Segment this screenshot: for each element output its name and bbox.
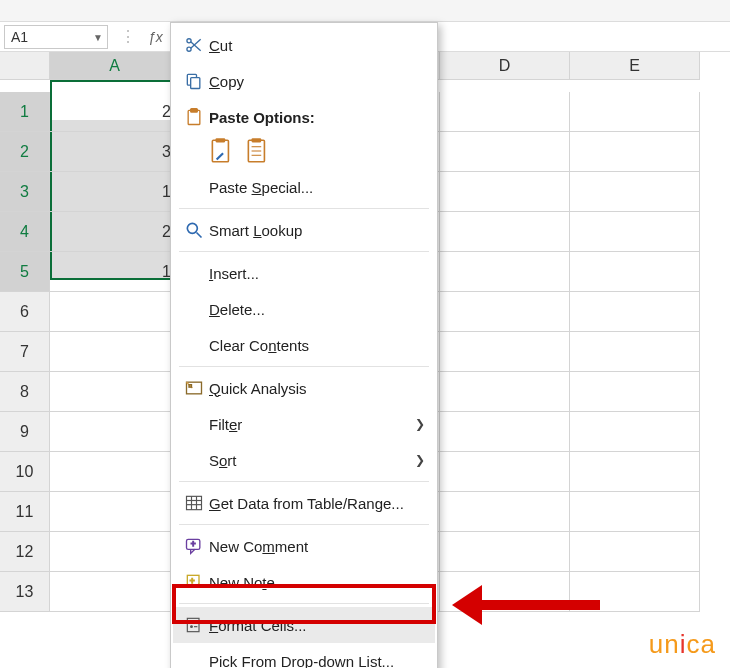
menu-separator	[179, 481, 429, 482]
row-header-5[interactable]: 5	[0, 252, 50, 292]
menu-get-data[interactable]: Get Data from Table/Range...	[173, 485, 435, 521]
menu-separator	[179, 603, 429, 604]
cell-A10[interactable]	[50, 452, 180, 492]
svg-rect-11	[252, 138, 262, 142]
chevron-right-icon: ❯	[415, 417, 425, 431]
menu-label: Get Data from Table/Range...	[209, 495, 425, 512]
context-menu: Cut Copy Paste Options: Paste Special...…	[170, 22, 438, 668]
menu-smart-lookup[interactable]: Smart Lookup	[173, 212, 435, 248]
row-header-11[interactable]: 11	[0, 492, 50, 532]
cell-D5[interactable]	[440, 252, 570, 292]
cell-D2[interactable]	[440, 132, 570, 172]
cell-D8[interactable]	[440, 372, 570, 412]
cell-A9[interactable]	[50, 412, 180, 452]
row-header-9[interactable]: 9	[0, 412, 50, 452]
cell-D3[interactable]	[440, 172, 570, 212]
cell-A13[interactable]	[50, 572, 180, 612]
cell-E9[interactable]	[570, 412, 700, 452]
row-header-10[interactable]: 10	[0, 452, 50, 492]
clipboard-icon	[179, 107, 209, 127]
cell-A7[interactable]	[50, 332, 180, 372]
row-header-6[interactable]: 6	[0, 292, 50, 332]
cell-E11[interactable]	[570, 492, 700, 532]
fx-icon[interactable]: ƒx	[148, 29, 163, 45]
row-header-7[interactable]: 7	[0, 332, 50, 372]
menu-label: Sort	[209, 452, 415, 469]
cell-D12[interactable]	[440, 532, 570, 572]
svg-rect-9	[216, 138, 226, 142]
cell-E5[interactable]	[570, 252, 700, 292]
name-box[interactable]: A1 ▼	[4, 25, 108, 49]
menu-new-comment[interactable]: + New Comment	[173, 528, 435, 564]
cell-A3[interactable]: 1	[50, 172, 180, 212]
menu-new-note[interactable]: + New Note	[173, 564, 435, 600]
menu-label: Format Cells...	[209, 617, 425, 634]
svg-rect-18	[189, 385, 192, 388]
menu-filter[interactable]: Filter ❯	[173, 406, 435, 442]
row-header-13[interactable]: 13	[0, 572, 50, 612]
quick-analysis-icon	[179, 378, 209, 398]
menu-quick-analysis[interactable]: Quick Analysis	[173, 370, 435, 406]
cell-A5[interactable]: 1	[50, 252, 180, 292]
format-cells-icon	[179, 615, 209, 635]
menu-clear-contents[interactable]: Clear Contents	[173, 327, 435, 363]
menu-label: Paste Special...	[209, 179, 425, 196]
menu-pick-from-list[interactable]: Pick From Drop-down List...	[173, 643, 435, 668]
menu-cut[interactable]: Cut	[173, 27, 435, 63]
row-header-4[interactable]: 4	[0, 212, 50, 252]
menu-copy[interactable]: Copy	[173, 63, 435, 99]
cell-E3[interactable]	[570, 172, 700, 212]
column-header-E[interactable]: E	[570, 52, 700, 80]
chevron-down-icon[interactable]: ▼	[93, 31, 103, 42]
menu-separator	[179, 366, 429, 367]
row-header-12[interactable]: 12	[0, 532, 50, 572]
menu-label: Quick Analysis	[209, 380, 425, 397]
cell-A1[interactable]: 2	[50, 92, 180, 132]
chevron-right-icon: ❯	[415, 453, 425, 467]
menu-sort[interactable]: Sort ❯	[173, 442, 435, 478]
cell-E10[interactable]	[570, 452, 700, 492]
cell-A2[interactable]: 3	[50, 132, 180, 172]
cell-D11[interactable]	[440, 492, 570, 532]
menu-format-cells[interactable]: Format Cells...	[173, 607, 435, 643]
menu-label: New Comment	[209, 538, 425, 555]
divider: ⋮	[108, 27, 148, 46]
menu-paste-special[interactable]: Paste Special...	[173, 169, 435, 205]
cell-A8[interactable]	[50, 372, 180, 412]
select-all-corner[interactable]	[0, 52, 50, 80]
cell-D1[interactable]	[440, 92, 570, 132]
cell-A4[interactable]: 2	[50, 212, 180, 252]
menu-label: Paste Options:	[209, 109, 425, 126]
cell-E8[interactable]	[570, 372, 700, 412]
menu-delete[interactable]: Delete...	[173, 291, 435, 327]
svg-point-30	[191, 626, 193, 628]
svg-point-29	[191, 622, 193, 624]
cell-E6[interactable]	[570, 292, 700, 332]
cell-A12[interactable]	[50, 532, 180, 572]
row-header-2[interactable]: 2	[0, 132, 50, 172]
cell-E12[interactable]	[570, 532, 700, 572]
paste-default-icon[interactable]	[209, 136, 235, 169]
row-header-1[interactable]: 1	[0, 92, 50, 132]
cell-E1[interactable]	[570, 92, 700, 132]
cell-A11[interactable]	[50, 492, 180, 532]
ribbon-strip	[0, 0, 730, 22]
cell-D10[interactable]	[440, 452, 570, 492]
cell-E4[interactable]	[570, 212, 700, 252]
cell-D7[interactable]	[440, 332, 570, 372]
column-header-D[interactable]: D	[440, 52, 570, 80]
row-header-3[interactable]: 3	[0, 172, 50, 212]
comment-icon: +	[179, 536, 209, 556]
cell-D4[interactable]	[440, 212, 570, 252]
cell-D9[interactable]	[440, 412, 570, 452]
cell-E7[interactable]	[570, 332, 700, 372]
row-header-8[interactable]: 8	[0, 372, 50, 412]
paste-values-icon[interactable]	[245, 136, 271, 169]
svg-rect-28	[187, 618, 199, 631]
column-header-A[interactable]: A	[50, 52, 180, 80]
menu-label: Delete...	[209, 301, 425, 318]
cell-D6[interactable]	[440, 292, 570, 332]
cell-E2[interactable]	[570, 132, 700, 172]
menu-insert[interactable]: Insert...	[173, 255, 435, 291]
cell-A6[interactable]	[50, 292, 180, 332]
